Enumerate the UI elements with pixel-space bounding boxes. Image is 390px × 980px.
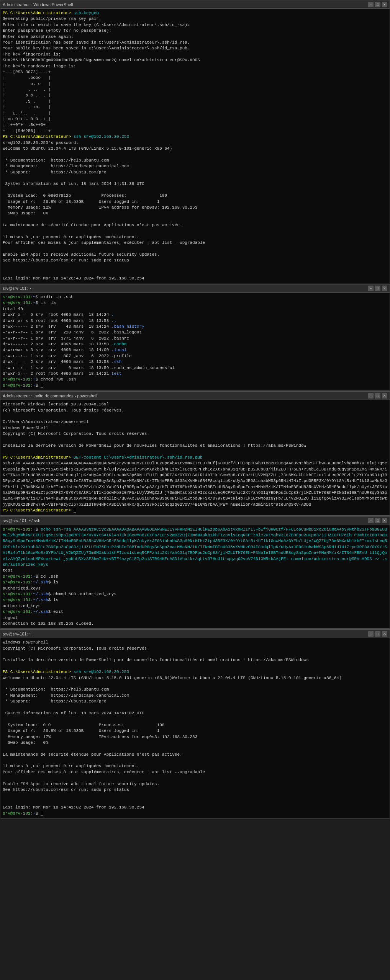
title-2: srv@srv-101: ~ bbox=[3, 286, 31, 291]
title-5: srv@srv-101: ~ bbox=[3, 632, 31, 636]
minimize-btn-5[interactable]: − bbox=[368, 631, 374, 637]
terminal-window-3: Administrateur : Invite de commandes - p… bbox=[0, 391, 390, 515]
title-1: Administrateur : Windows PowerShell bbox=[3, 2, 73, 7]
title-bar-5: srv@srv-101: ~ − □ ✕ bbox=[0, 630, 390, 638]
maximize-btn-5[interactable]: □ bbox=[375, 631, 380, 637]
maximize-btn-1[interactable]: □ bbox=[375, 2, 380, 7]
window-controls-5[interactable]: − □ ✕ bbox=[368, 631, 387, 637]
close-btn-1[interactable]: ✕ bbox=[382, 2, 387, 7]
maximize-btn-4[interactable]: □ bbox=[375, 518, 380, 523]
title-bar-3: Administrateur : Invite de commandes - p… bbox=[0, 392, 390, 400]
terminal-content-1: PS C:\Users\Administrateur> ssh-keygen G… bbox=[0, 9, 390, 283]
maximize-btn-3[interactable]: □ bbox=[375, 393, 380, 399]
terminal-window-5: srv@srv-101: ~ − □ ✕ Windows PowerShell … bbox=[0, 629, 390, 818]
window-controls-4[interactable]: − □ ✕ bbox=[368, 518, 387, 523]
title-3: Administrateur : Invite de commandes - p… bbox=[3, 394, 97, 398]
title-bar-1: Administrateur : Windows PowerShell − □ … bbox=[0, 0, 390, 9]
close-btn-4[interactable]: ✕ bbox=[382, 518, 387, 523]
terminal-content-4: srv@srv-101:~$ echo ssh-rsa AAAAB3NzaC1y… bbox=[0, 525, 390, 629]
title-bar-2: srv@srv-101: ~ − □ ✕ bbox=[0, 284, 390, 293]
minimize-btn-1[interactable]: − bbox=[368, 2, 374, 7]
close-btn-2[interactable]: ✕ bbox=[382, 286, 387, 291]
terminal-window-2: srv@srv-101: ~ − □ ✕ srv@srv-101:~$ mkdi… bbox=[0, 284, 390, 390]
close-btn-3[interactable]: ✕ bbox=[382, 393, 387, 399]
window-controls-3[interactable]: − □ ✕ bbox=[368, 393, 387, 399]
minimize-btn-2[interactable]: − bbox=[368, 286, 374, 291]
close-btn-5[interactable]: ✕ bbox=[382, 631, 387, 637]
minimize-btn-4[interactable]: − bbox=[368, 518, 374, 523]
terminal-content-2: srv@srv-101:~$ mkdir -p .ssh srv@srv-101… bbox=[0, 293, 390, 390]
terminal-content-5: Windows PowerShell Copyright (C) Microso… bbox=[0, 638, 390, 818]
terminal-content-3: Microsoft Windows [version 10.0.20348.16… bbox=[0, 400, 390, 515]
maximize-btn-2[interactable]: □ bbox=[375, 286, 380, 291]
terminal-window-4: srv@srv-101: ~/.ssh − □ ✕ srv@srv-101:~$… bbox=[0, 516, 390, 629]
window-controls-2[interactable]: − □ ✕ bbox=[368, 286, 387, 291]
title-bar-4: srv@srv-101: ~/.ssh − □ ✕ bbox=[0, 517, 390, 525]
title-4: srv@srv-101: ~/.ssh bbox=[3, 518, 40, 523]
terminal-window-1: Administrateur : Windows PowerShell − □ … bbox=[0, 0, 390, 283]
minimize-btn-3[interactable]: − bbox=[368, 393, 374, 399]
window-controls-1[interactable]: − □ ✕ bbox=[368, 2, 387, 7]
